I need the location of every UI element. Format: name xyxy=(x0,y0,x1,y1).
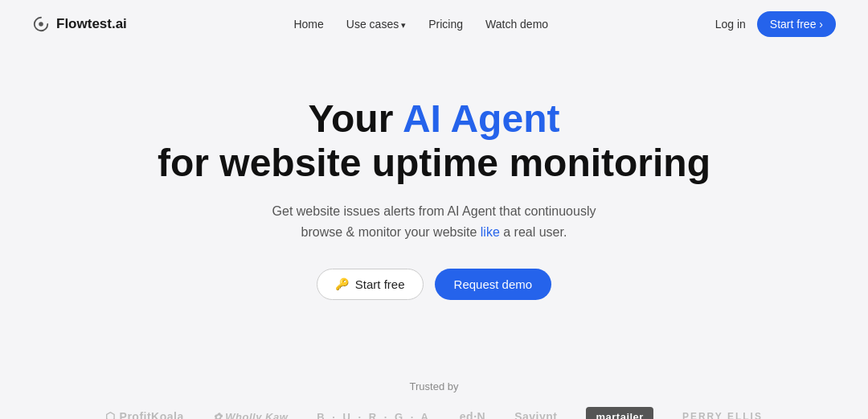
header: Flowtest.ai Home Use cases Pricing Watch… xyxy=(0,0,868,48)
logos-row: ⬡ ProfitKoala ✿ Wholly Kaw B · U · R · G… xyxy=(16,407,852,419)
header-actions: Log in Start free › xyxy=(715,11,836,37)
login-button[interactable]: Log in xyxy=(715,18,746,31)
nav-pricing[interactable]: Pricing xyxy=(428,18,463,31)
logo-martailer: martailer xyxy=(586,407,653,419)
hero-title-prefix: Your xyxy=(309,97,403,140)
hero-title-suffix: for website uptime monitoring xyxy=(158,142,710,184)
nav-use-cases[interactable]: Use cases xyxy=(346,18,406,31)
logo-edon: ed·N xyxy=(460,410,485,419)
start-free-header-button[interactable]: Start free › xyxy=(757,11,836,37)
hero-title-highlight: AI Agent xyxy=(403,97,560,140)
svg-point-0 xyxy=(39,22,43,27)
hero-section: Your AI Agent for website uptime monitor… xyxy=(0,48,868,380)
hero-title: Your AI Agent for website uptime monitor… xyxy=(16,97,852,185)
hero-subtitle-link[interactable]: like xyxy=(481,225,500,239)
logo-perry-ellis: PERRY ELLIS xyxy=(682,411,763,419)
nav-watch-demo[interactable]: Watch demo xyxy=(485,18,548,31)
hero-subtitle: Get website issues alerts from AI Agent … xyxy=(241,201,627,242)
trusted-label: Trusted by xyxy=(16,380,852,392)
logo-whollykaw: ✿ Wholly Kaw xyxy=(213,411,289,419)
key-icon: 🔑 xyxy=(335,277,349,290)
logo-icon xyxy=(32,15,50,33)
start-free-button[interactable]: 🔑 Start free xyxy=(317,269,424,300)
logo[interactable]: Flowtest.ai xyxy=(32,15,127,33)
logo-saviynt: Saviynt xyxy=(514,410,557,419)
logo-profitkoala: ⬡ ProfitKoala xyxy=(105,410,184,419)
main-nav: Home Use cases Pricing Watch demo xyxy=(293,18,548,31)
hero-buttons: 🔑 Start free Request demo xyxy=(16,269,852,300)
trusted-section: Trusted by ⬡ ProfitKoala ✿ Wholly Kaw B … xyxy=(0,380,868,419)
nav-home[interactable]: Home xyxy=(293,18,323,31)
logo-burga: B · U · R · G · A xyxy=(317,411,431,419)
request-demo-button[interactable]: Request demo xyxy=(435,269,552,300)
logo-text: Flowtest.ai xyxy=(56,16,127,32)
